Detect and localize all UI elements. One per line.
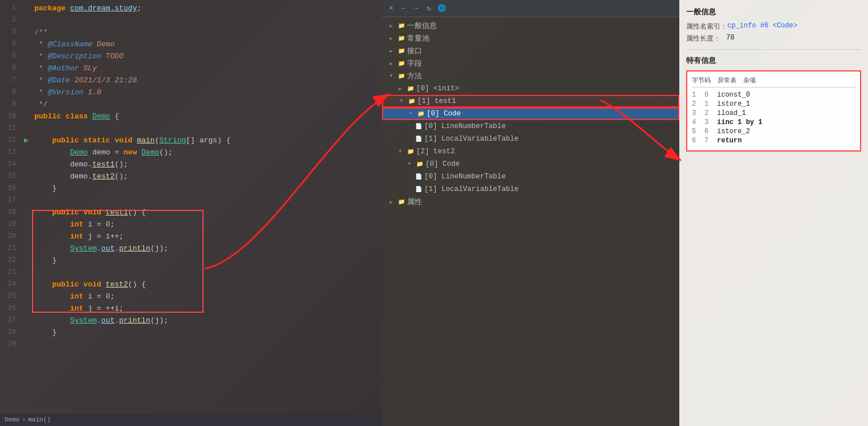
file-icon: 📄 <box>414 185 423 194</box>
arrow-icon: ▼ <box>397 97 406 106</box>
bc-offset: 3 <box>704 118 712 126</box>
folder-icon: 📁 <box>407 97 416 106</box>
line-num-24: 24 <box>0 278 21 290</box>
forward-button[interactable]: → <box>412 4 421 13</box>
code-line-26: 26 int j = ++i; <box>0 302 382 314</box>
code-line-10: 10 public class Demo { <box>0 110 382 122</box>
code-line-2: 2 <box>0 14 382 26</box>
attr-name-value[interactable]: cp_info #6 <Code> <box>727 22 797 31</box>
line-content-20: int j = i++; <box>32 230 382 242</box>
line-num-15: 15 <box>0 170 21 182</box>
line-num-26: 26 <box>0 302 21 314</box>
line-num-19: 19 <box>0 218 21 230</box>
arrow-icon: ▶ <box>387 46 396 55</box>
tree-label: [0] LineNumberTable <box>424 173 506 181</box>
line-content-12: public static void main(String[] args) { <box>32 134 382 146</box>
class-tree-panel[interactable]: ▶ 📁 一般信息 ▶ 📁 常量池 ▶ 📁 接口 ▶ 📁 字段 ▼ <box>382 17 679 426</box>
tree-item-methods[interactable]: ▼ 📁 方法 <box>382 70 679 82</box>
line-num-7: 7 <box>0 74 21 86</box>
bytecode-tab-bytecode[interactable]: 字节码 <box>692 76 711 85</box>
line-num-23: 23 <box>0 266 21 278</box>
arrow-icon: ▶ <box>387 34 396 43</box>
tree-item-attributes[interactable]: ▶ 📁 属性 <box>382 196 679 208</box>
arrow-icon: ▶ <box>387 197 396 206</box>
tree-item-test1[interactable]: ▼ 📁 [1] test1 <box>382 95 679 108</box>
refresh-button[interactable]: ↻ <box>424 4 433 13</box>
line-content-17 <box>32 194 382 206</box>
line-content-28: } <box>32 327 382 339</box>
folder-icon: 📁 <box>406 147 415 156</box>
tree-label: [1] test1 <box>417 97 456 105</box>
line-content-24: public void test2() { <box>32 278 382 290</box>
code-line-16: 16 } <box>0 182 382 194</box>
line-content-3: /** <box>32 26 382 38</box>
line-num-10: 10 <box>0 110 21 122</box>
folder-icon: 📁 <box>397 59 406 68</box>
bc-offset: 1 <box>704 100 712 108</box>
arrow-icon: ▼ <box>405 160 414 169</box>
right-divider <box>686 49 861 50</box>
line-num-21: 21 <box>0 242 21 254</box>
tree-item-localvar-test1[interactable]: 📄 [1] LocalVariableTable <box>382 133 679 145</box>
line-num-28: 28 <box>0 327 21 339</box>
line-num-2: 2 <box>0 14 21 26</box>
tree-item-code-test2[interactable]: ▼ 📁 [0] Code <box>382 158 679 170</box>
code-line-25: 25 int i = 0; <box>0 290 382 302</box>
tree-item-test2[interactable]: ▼ 📁 [2] test2 <box>382 145 679 158</box>
arrow-icon: ▶ <box>387 59 396 68</box>
attr-name-row: 属性名索引： cp_info #6 <Code> <box>686 22 861 31</box>
attr-len-value: 78 <box>726 34 734 43</box>
folder-icon: 📁 <box>406 84 415 93</box>
line-content-13: Demo demo = new Demo(); <box>32 146 382 158</box>
bytecode-line-6: 6 7 return <box>692 137 855 145</box>
tree-item-fields[interactable]: ▶ 📁 字段 <box>382 57 679 70</box>
tree-label: 一般信息 <box>407 21 437 31</box>
folder-icon: 📁 <box>397 21 406 30</box>
tree-label: [0] <init> <box>416 85 459 93</box>
bytecode-tab-exceptions[interactable]: 异常表 <box>718 76 736 85</box>
code-line-13: 13 Demo demo = new Demo(); <box>0 146 382 158</box>
tree-label: 属性 <box>407 197 422 207</box>
tree-item-interface[interactable]: ▶ 📁 接口 <box>382 45 679 57</box>
code-line-15: 15 demo.test2(); <box>0 170 382 182</box>
code-line-21: 21 System.out.println(j); <box>0 242 382 254</box>
bytecode-tab-misc[interactable]: 杂项 <box>743 76 756 85</box>
line-content-27: System.out.println(j); <box>32 314 382 327</box>
line-num-4: 4 <box>0 38 21 50</box>
line-content-22: } <box>32 254 382 266</box>
close-button[interactable]: × <box>387 4 396 13</box>
tree-item-linenumber-test1[interactable]: 📄 [0] LineNumberTable <box>382 120 679 133</box>
bc-offset: 0 <box>704 91 712 99</box>
tree-item-init[interactable]: ▶ 📁 [0] <init> <box>382 82 679 95</box>
line-content-5: * @Description TODO <box>32 50 382 62</box>
bc-instr: istore_2 <box>717 128 750 136</box>
tree-item-linenumber-test2[interactable]: 📄 [0] LineNumberTable <box>382 170 679 183</box>
line-num-18: 18 <box>0 206 21 218</box>
line-num-5: 5 <box>0 50 21 62</box>
line-num-20: 20 <box>0 230 21 242</box>
tree-label: [1] LocalVariableTable <box>424 185 519 193</box>
gutter-12: ▶ <box>21 134 32 146</box>
tree-item-code-test1[interactable]: ▼ 📁 [0] Code <box>382 108 679 120</box>
line-num-9: 9 <box>0 98 21 110</box>
breadcrumb: Demo › main() <box>0 413 382 426</box>
bytecode-line-1: 1 0 iconst_0 <box>692 91 855 99</box>
folder-icon: 📁 <box>397 197 406 206</box>
bc-idx: 3 <box>692 109 700 117</box>
line-content-6: * @Author SLy <box>32 62 382 74</box>
tree-label: [0] Code <box>427 110 461 118</box>
bytecode-line-5: 5 6 istore_2 <box>692 128 855 136</box>
tree-item-general-info[interactable]: ▶ 📁 一般信息 <box>382 19 679 32</box>
bc-instr: iinc 1 by 1 <box>717 118 762 126</box>
line-num-27: 27 <box>0 314 21 327</box>
attr-name-label: 属性名索引： <box>686 22 727 31</box>
back-button[interactable]: ← <box>399 4 408 13</box>
globe-button[interactable]: 🌐 <box>437 4 446 13</box>
code-line-3: 3 /** <box>0 26 382 38</box>
bc-instr: return <box>717 137 742 145</box>
tree-item-localvar-test2[interactable]: 📄 [1] LocalVariableTable <box>382 183 679 196</box>
tree-item-constant-pool[interactable]: ▶ 📁 常量池 <box>382 32 679 45</box>
class-viewer-panel: × ← → ↻ 🌐 ▶ 📁 一般信息 ▶ 📁 常量池 ▶ 📁 接口 <box>382 0 679 426</box>
line-content-4: * @ClassName Demo <box>32 38 382 50</box>
code-line-8: 8 * @Version 1.0 <box>0 86 382 98</box>
